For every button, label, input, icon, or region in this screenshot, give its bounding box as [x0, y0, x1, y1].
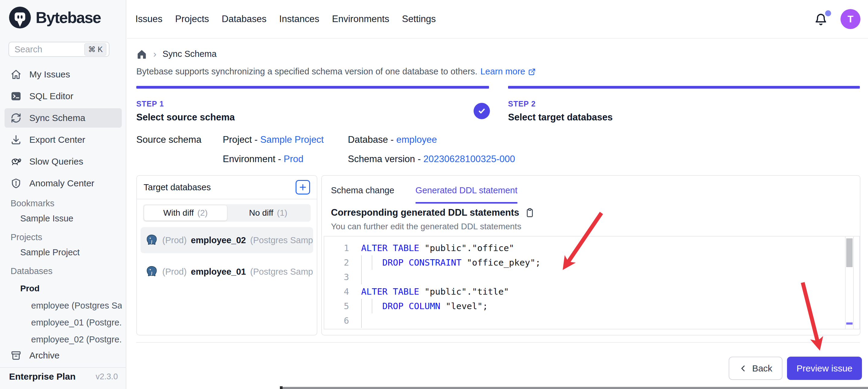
tab-schema-change[interactable]: Schema change	[331, 186, 395, 203]
schema-version-link[interactable]: 20230628100325-000	[424, 154, 515, 164]
search-input[interactable]: Search ⌘ K	[8, 42, 110, 57]
target-db-instance: (Postgres Sampl...	[250, 267, 313, 277]
database-label: Database -	[348, 134, 396, 145]
tab-generated-ddl[interactable]: Generated DDL statement	[415, 186, 518, 203]
preview-issue-button[interactable]: Preview issue	[787, 357, 862, 380]
sidebar-item-export-center[interactable]: Export Center	[4, 130, 122, 149]
ddl-subheading: You can further edit the generated DDL s…	[331, 222, 521, 231]
external-link-icon	[528, 67, 536, 76]
add-target-database-button[interactable]	[296, 180, 310, 194]
notifications-button[interactable]	[814, 10, 831, 28]
step1-label: STEP 1	[136, 100, 235, 108]
sidebar-section-projects: Projects	[4, 230, 122, 244]
learn-more-label: Learn more	[480, 66, 525, 77]
nav-issues[interactable]: Issues	[135, 13, 163, 25]
search-shortcut-badge: ⌘ K	[84, 43, 106, 56]
schema-version-label: Schema version -	[348, 154, 424, 164]
environment-link[interactable]: Prod	[284, 154, 304, 164]
tab-with-diff-label: With diff	[163, 208, 194, 218]
sidebar-section-databases: Databases	[4, 265, 122, 278]
source-project: Project - Sample Project	[223, 134, 324, 145]
sidebar-item-archive[interactable]: Archive	[4, 345, 122, 365]
window-bottom-scrollbar[interactable]	[280, 387, 868, 389]
postgres-icon	[145, 234, 158, 247]
sidebar-item-sync-schema[interactable]: Sync Schema	[4, 108, 122, 128]
sidebar-item-label: SQL Editor	[29, 91, 73, 101]
brand-name: Bytebase	[36, 8, 101, 27]
line-number: 6	[324, 315, 349, 326]
sql-keyword: DROP COLUMN	[382, 301, 440, 311]
archive-icon	[10, 350, 22, 361]
sidebar-db-group-prod: Prod	[4, 280, 122, 297]
step1-header: STEP 1 Select source schema	[136, 100, 235, 123]
sidebar-item-sample-issue[interactable]: Sample Issue	[4, 210, 122, 227]
plan-row: Enterprise Plan v2.3.0	[9, 371, 118, 382]
sidebar-item-label: Sync Schema	[29, 113, 85, 123]
sync-icon	[10, 113, 22, 123]
sidebar-item-db-employee[interactable]: employee (Postgres Sa...	[4, 297, 122, 314]
target-db-name: employee_01	[191, 267, 246, 277]
target-db-item-employee-01[interactable]: (Prod) employee_01 (Postgres Sampl...	[141, 259, 313, 285]
sidebar-item-sql-editor[interactable]: SQL Editor	[4, 86, 122, 106]
sql-text: "public"."office"	[419, 243, 514, 253]
code-area: 1 ALTER TABLE "public"."office" 2 DROP C…	[324, 241, 845, 328]
indent-guide	[361, 313, 362, 328]
learn-more-link[interactable]: Learn more	[480, 66, 536, 77]
sidebar-item-slow-queries[interactable]: Slow Queries	[4, 152, 122, 171]
line-number: 2	[324, 257, 349, 268]
house-breadcrumb-icon[interactable]	[136, 49, 147, 60]
bytebase-logo-icon	[9, 7, 31, 28]
tab-with-diff[interactable]: With diff (2)	[144, 205, 227, 221]
ddl-code-editor[interactable]: 1 ALTER TABLE "public"."office" 2 DROP C…	[324, 236, 860, 329]
footer-divider	[136, 342, 860, 343]
chevron-left-icon	[739, 364, 747, 373]
nav-environments[interactable]: Environments	[332, 13, 390, 25]
ddl-heading: Corresponding generated DDL statements	[331, 207, 519, 218]
target-databases-title: Target databases	[144, 183, 211, 192]
nav-projects[interactable]: Projects	[175, 13, 209, 25]
step2-label: STEP 2	[508, 100, 613, 108]
back-button-label: Back	[752, 363, 773, 373]
database-link[interactable]: employee	[396, 134, 437, 145]
project-link[interactable]: Sample Project	[260, 134, 324, 145]
environment-label: Environment -	[223, 154, 284, 164]
sidebar-item-db-employee-01[interactable]: employee_01 (Postgre...	[4, 314, 122, 331]
line-number: 4	[324, 286, 349, 297]
nav-instances[interactable]: Instances	[279, 13, 319, 25]
step-progress-bars	[136, 86, 860, 89]
terminal-icon	[10, 91, 22, 102]
copy-ddl-button[interactable]	[525, 207, 535, 218]
bytebase-logo[interactable]: Bytebase	[9, 7, 101, 28]
sidebar-item-my-issues[interactable]: My Issues	[4, 65, 122, 84]
step2-title: Select target databases	[508, 112, 613, 123]
sidebar-item-db-employee-02[interactable]: employee_02 (Postgre...	[4, 331, 122, 345]
notification-dot	[825, 10, 831, 16]
sidebar-section-bookmarks: Bookmarks	[4, 197, 122, 210]
sidebar-item-label: Export Center	[29, 135, 85, 145]
sidebar-item-anomaly-center[interactable]: Anomaly Center	[4, 174, 122, 193]
editor-scroll-marker	[846, 323, 852, 325]
back-button[interactable]: Back	[729, 357, 782, 380]
indent-guide	[361, 299, 362, 313]
nav-settings[interactable]: Settings	[402, 13, 436, 25]
step2-header: STEP 2 Select target databases	[508, 100, 613, 123]
preview-issue-label: Preview issue	[796, 363, 852, 373]
nav-databases[interactable]: Databases	[222, 13, 267, 25]
sidebar-item-sample-project[interactable]: Sample Project	[4, 244, 122, 261]
home-icon	[10, 69, 22, 80]
indent-guide	[372, 299, 372, 313]
diff-tabs: With diff (2) No diff (1)	[143, 204, 311, 222]
sql-text: "level";	[440, 301, 488, 311]
step2-progress-bar	[508, 86, 860, 89]
editor-scrollbar[interactable]	[845, 237, 854, 329]
line-number: 3	[324, 272, 349, 282]
editor-scrollbar-thumb[interactable]	[846, 239, 852, 267]
avatar[interactable]: T	[840, 9, 861, 29]
step1-complete-badge	[473, 103, 490, 119]
ddl-heading-row: Corresponding generated DDL statements	[331, 207, 535, 218]
plus-icon	[298, 183, 307, 192]
target-db-env: (Prod)	[162, 235, 187, 245]
step1-progress-bar	[136, 86, 489, 89]
tab-no-diff[interactable]: No diff (1)	[227, 205, 310, 221]
target-db-item-employee-02[interactable]: (Prod) employee_02 (Postgres Samp...	[141, 227, 313, 253]
